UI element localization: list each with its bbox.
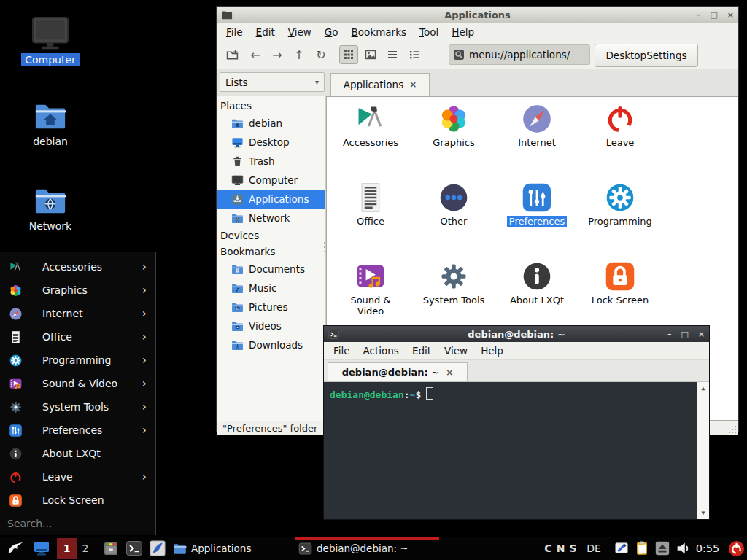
menu-item-sound-video[interactable]: Sound & Video › (0, 372, 155, 395)
menu-view[interactable]: View (283, 24, 317, 40)
menu-item-leave[interactable]: Leave › (0, 465, 155, 489)
menu-view[interactable]: View (439, 343, 473, 359)
menu-tool[interactable]: Tool (414, 24, 444, 40)
forward-button[interactable]: → (268, 45, 287, 64)
menu-item-about-lxqt[interactable]: About LXQt (0, 442, 155, 465)
menu-item-programming[interactable]: Programming › (0, 349, 155, 372)
quicklaunch-featherpad[interactable] (147, 537, 168, 560)
task-button-applications[interactable]: Applications (169, 537, 292, 560)
tab-close-icon[interactable]: × (409, 79, 417, 90)
terminal-window-title: debian@debian: ~ (324, 329, 709, 340)
terminal-tab[interactable]: debian@debian: ~ × (328, 362, 468, 381)
grid-item-lock-screen[interactable]: Lock Screen (579, 260, 661, 306)
menu-file[interactable]: File (221, 24, 248, 40)
minimize-button[interactable]: – (667, 330, 672, 339)
sidebar-item-music[interactable]: Music (217, 279, 325, 298)
tab-close-icon[interactable]: × (446, 368, 453, 378)
menu-file[interactable]: File (328, 343, 355, 359)
main-menu-button[interactable] (4, 537, 26, 560)
menu-help[interactable]: Help (446, 24, 479, 40)
sidebar-item-trash[interactable]: Trash (217, 152, 325, 171)
terminal-output[interactable]: debian@debian:~$ ▲ ▼ (324, 382, 709, 519)
folder-home-icon (231, 117, 244, 130)
sidebar-item-desktop[interactable]: Desktop (217, 133, 325, 152)
detailed-view-button[interactable] (405, 45, 424, 64)
workspace-1-button[interactable]: 1 (57, 538, 77, 559)
terminal-menubar: File Actions Edit View Help (324, 342, 709, 360)
grid-item-preferences[interactable]: Preferences (496, 182, 578, 227)
thumbnail-view-button[interactable] (361, 45, 380, 64)
volume-tray-icon[interactable] (674, 537, 692, 560)
menu-help[interactable]: Help (476, 343, 508, 359)
quicklaunch-file-manager[interactable] (101, 537, 121, 560)
grid-item-sound-video[interactable]: Sound & Video (330, 260, 411, 316)
grid-item-internet[interactable]: Internet (496, 103, 578, 148)
grid-item-other[interactable]: Other (413, 182, 495, 227)
menu-edit[interactable]: Edit (251, 24, 280, 40)
clock[interactable]: 0:55 (693, 537, 722, 560)
maximize-button[interactable]: □ (681, 330, 688, 339)
up-button[interactable]: ↑ (290, 45, 309, 64)
leave-button[interactable] (727, 537, 746, 560)
show-desktop-button[interactable] (31, 537, 53, 560)
reload-button[interactable]: ↻ (311, 45, 330, 64)
sidebar-item-documents[interactable]: Documents (217, 260, 325, 279)
terminal-titlebar[interactable]: debian@debian: ~ – □ × (324, 326, 709, 342)
desktop-icon-network[interactable]: Network (20, 184, 80, 233)
menu-item-graphics[interactable]: Graphics › (0, 279, 155, 302)
minimize-button[interactable]: – (697, 10, 701, 20)
sidebar-item-computer[interactable]: Computer (217, 171, 325, 190)
menu-search-input[interactable]: Search... (0, 513, 155, 533)
grid-item-system-tools[interactable]: System Tools (413, 260, 495, 306)
clipboard-tray-icon[interactable] (633, 537, 651, 560)
path-bar[interactable]: menu://applications/ (449, 44, 590, 65)
menu-item-lock-screen[interactable]: Lock Screen (0, 489, 155, 512)
sidebar-item-videos[interactable]: Videos (217, 316, 325, 335)
terminal-scrollbar[interactable]: ▲ ▼ (697, 382, 709, 519)
menu-item-preferences[interactable]: Preferences › (0, 419, 155, 442)
menu-go[interactable]: Go (320, 24, 344, 40)
menu-bookmarks[interactable]: Bookmarks (347, 24, 411, 40)
grid-item-office[interactable]: Office (330, 182, 411, 227)
desktop-icon-debian[interactable]: debian (20, 99, 80, 148)
icon-view-button[interactable] (339, 45, 358, 64)
quicklaunch-terminal[interactable] (124, 537, 144, 560)
compact-view-button[interactable] (383, 45, 402, 64)
close-button[interactable]: × (727, 10, 734, 20)
sidebar-item-pictures[interactable]: Pictures (217, 298, 325, 316)
sidepane-mode-combo[interactable]: Lists ▾ (220, 72, 325, 92)
sidebar-item-network[interactable]: Network (217, 209, 325, 228)
menu-item-accessories[interactable]: Accessories › (0, 255, 155, 279)
scroll-up-icon[interactable]: ▲ (697, 383, 709, 394)
scroll-down-icon[interactable]: ▼ (697, 507, 709, 518)
sidebar-item-debian[interactable]: debian (217, 114, 325, 133)
sidebar-item-applications[interactable]: Applications (217, 190, 325, 209)
grid-item-label: Lock Screen (589, 295, 651, 306)
menu-item-office[interactable]: Office › (0, 325, 155, 349)
menu-actions[interactable]: Actions (358, 343, 404, 359)
keyboard-layout-indicator[interactable]: DE (584, 537, 604, 560)
workspace-2-button[interactable]: 2 (79, 537, 92, 560)
fm-titlebar[interactable]: Applications – □ × (217, 7, 738, 23)
tab-applications[interactable]: Applications × (330, 73, 430, 96)
menu-item-internet[interactable]: Internet › (0, 302, 155, 325)
grid-item-graphics[interactable]: Graphics (413, 103, 495, 148)
close-button[interactable]: × (698, 330, 705, 339)
menu-edit[interactable]: Edit (407, 343, 436, 359)
grid-item-about-lxqt[interactable]: About LXQt (496, 260, 578, 306)
removable-media-tray-icon[interactable] (654, 537, 671, 560)
screenshot-tray-icon[interactable] (613, 537, 630, 560)
desktop-settings-button[interactable]: DesktopSettings (595, 44, 698, 67)
new-tab-button[interactable] (222, 45, 241, 64)
sidebar-item-downloads[interactable]: Downloads (217, 335, 325, 354)
grid-item-programming[interactable]: Programming (579, 182, 661, 227)
menu-item-system-tools[interactable]: System Tools › (0, 395, 155, 419)
grid-item-accessories[interactable]: Accessories (330, 103, 411, 148)
desktop-icon-computer[interactable]: Computer (20, 16, 80, 66)
task-button-terminal[interactable]: debian@debian: ~ (295, 537, 439, 560)
back-button[interactable]: ← (246, 45, 265, 64)
resize-grip[interactable] (728, 425, 737, 434)
grid-item-leave[interactable]: Leave (579, 103, 661, 148)
trash-icon (231, 155, 244, 168)
maximize-button[interactable]: □ (710, 10, 717, 20)
